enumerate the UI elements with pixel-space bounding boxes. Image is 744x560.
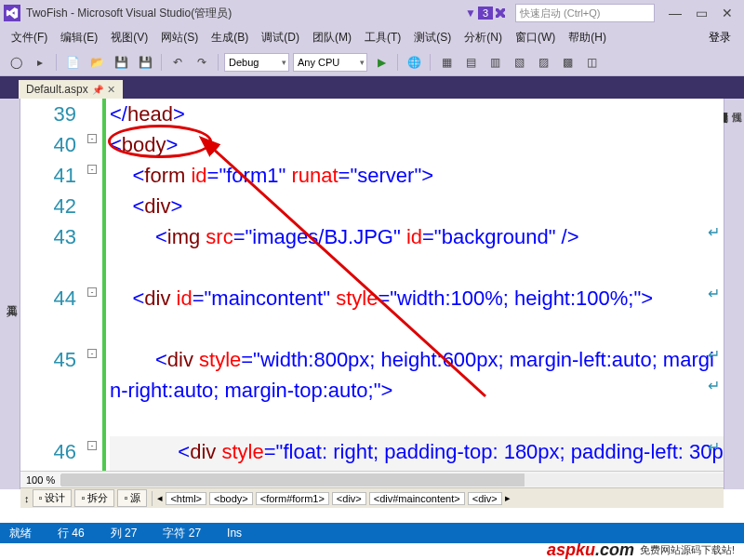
tool-icon-3[interactable]: ▥ (485, 52, 505, 73)
watermark: aspku.com 免费网站源码下载站! (547, 540, 735, 560)
menu-bar: 文件(F) 编辑(E) 视图(V) 网站(S) 生成(B) 调试(D) 团队(M… (0, 26, 744, 48)
status-char: 字符 27 (163, 526, 201, 541)
menu-debug[interactable]: 调试(D) (256, 28, 305, 47)
breadcrumb-item[interactable]: <div> (468, 492, 502, 505)
status-ins: Ins (227, 527, 242, 540)
redo-icon[interactable]: ↷ (192, 52, 212, 73)
document-tabstrip: Default.aspx 📌 ✕ (0, 76, 744, 99)
properties-panel[interactable]: 属性 (730, 104, 744, 476)
fold-box-icon[interactable]: - (87, 287, 97, 297)
platform-dropdown[interactable]: Any CPU (293, 53, 367, 72)
login-button[interactable]: 登录 (701, 28, 738, 47)
crumb-right-icon[interactable]: ▸ (505, 492, 511, 504)
zoom-row: 100 % (20, 471, 724, 487)
status-ready: 就绪 (9, 526, 32, 541)
fold-box-icon[interactable]: - (87, 349, 97, 358)
change-marker (102, 99, 106, 471)
status-col: 列 27 (111, 526, 138, 541)
toolbox-panel-collapsed[interactable]: 工具箱 (0, 99, 20, 489)
menu-view[interactable]: 视图(V) (105, 28, 153, 47)
menu-file[interactable]: 文件(F) (6, 28, 53, 47)
tool-icon-2[interactable]: ▤ (460, 52, 481, 73)
window-title: TwoFish - Microsoft Visual Studio(管理员) (26, 6, 232, 21)
undo-icon[interactable]: ↶ (167, 52, 188, 73)
breadcrumb-item[interactable]: <html> (166, 492, 206, 505)
tool-icon-7[interactable]: ◫ (581, 52, 602, 73)
breadcrumb-item[interactable]: <body> (209, 492, 253, 505)
tab-label: Default.aspx (26, 83, 88, 96)
split-view-button[interactable]: ▫ 拆分 (74, 489, 114, 507)
flag-icon[interactable]: ▼ (465, 7, 476, 20)
right-panels-collapsed: 属性 解决方案资源管理器 团队资源管理器 (724, 99, 744, 489)
nav-back-icon[interactable]: ◯ (6, 52, 26, 73)
menu-tools[interactable]: 工具(T) (359, 28, 406, 47)
zoom-level[interactable]: 100 % (20, 474, 61, 486)
menu-help[interactable]: 帮助(H) (563, 28, 612, 47)
annotation-arrow (160, 136, 495, 406)
wrap-arrow-icon: ↵ (708, 344, 720, 367)
fold-box-icon[interactable]: - (87, 134, 97, 143)
pin-icon[interactable]: 📌 (92, 85, 103, 95)
tool-icon-5[interactable]: ▨ (533, 52, 553, 73)
breadcrumb-item[interactable]: <div> (332, 492, 366, 505)
save-icon[interactable]: 💾 (111, 52, 131, 73)
vs-logo-icon (4, 5, 20, 21)
svg-line-0 (211, 147, 485, 396)
new-file-icon[interactable]: 📄 (62, 52, 83, 73)
fold-box-icon[interactable]: - (87, 441, 97, 450)
menu-website[interactable]: 网站(S) (155, 28, 204, 47)
start-debug-button[interactable]: ▶ (371, 52, 392, 73)
menu-team[interactable]: 团队(M) (307, 28, 357, 47)
menu-analyze[interactable]: 分析(N) (458, 28, 508, 47)
tool-icon-1[interactable]: ▦ (436, 52, 457, 73)
menu-test[interactable]: 测试(S) (408, 28, 457, 47)
menu-edit[interactable]: 编辑(E) (55, 28, 103, 47)
notification-badge[interactable]: 3 (478, 7, 493, 20)
toolbar: ◯ ▸ 📄 📂 💾 💾 ↶ ↷ Debug Any CPU ▶ 🌐 ▦ ▤ ▥ … (0, 48, 744, 76)
maximize-button[interactable]: ▭ (688, 4, 714, 22)
tab-close-icon[interactable]: ✕ (107, 84, 115, 96)
nav-fwd-icon[interactable]: ▸ (30, 52, 50, 73)
notification-icon[interactable]: 🞮 (495, 7, 506, 20)
wrap-arrow-icon: ↵ (708, 436, 720, 459)
wrap-arrow-icon: ↵ (708, 375, 720, 397)
menu-window[interactable]: 窗口(W) (510, 28, 561, 47)
close-button[interactable]: ✕ (714, 4, 740, 22)
crumb-left-icon[interactable]: ◂ (157, 492, 163, 504)
browser-icon[interactable]: 🌐 (404, 52, 424, 73)
code-editor[interactable]: 39 40 41 42 43 44 45 46 - - - - - </head… (20, 99, 724, 508)
breadcrumb-item[interactable]: <div#maincontent> (369, 492, 465, 505)
minimize-button[interactable]: — (662, 4, 688, 22)
tool-icon-6[interactable]: ▩ (557, 52, 578, 73)
wrap-arrow-icon: ↵ (708, 283, 720, 305)
open-icon[interactable]: 📂 (86, 52, 107, 73)
title-bar: TwoFish - Microsoft Visual Studio(管理员) ▼… (0, 0, 744, 26)
wrap-arrow-icon: ↵ (708, 467, 720, 471)
tab-default-aspx[interactable]: Default.aspx 📌 ✕ (19, 80, 123, 99)
source-view-button[interactable]: ▫ 源 (117, 489, 147, 507)
menu-build[interactable]: 生成(B) (206, 28, 254, 47)
view-arrow-icon[interactable]: ↕ (24, 493, 30, 504)
breadcrumb-item[interactable]: <form#form1> (256, 492, 329, 505)
quick-launch-input[interactable]: 快速启动 (Ctrl+Q) (515, 4, 655, 22)
tool-icon-4[interactable]: ▧ (509, 52, 529, 73)
line-number-gutter: 39 40 41 42 43 44 45 46 (20, 99, 87, 471)
status-line: 行 46 (58, 526, 85, 541)
config-dropdown[interactable]: Debug (224, 53, 289, 72)
fold-box-icon[interactable]: - (87, 165, 97, 174)
view-bar: ↕ ▫ 设计 ▫ 拆分 ▫ 源 ◂ <html> <body> <form#fo… (20, 487, 724, 508)
wrap-arrow-icon: ↵ (708, 221, 720, 244)
design-view-button[interactable]: ▫ 设计 (33, 489, 73, 507)
h-scrollbar[interactable] (61, 473, 724, 487)
save-all-icon[interactable]: 💾 (135, 52, 155, 73)
